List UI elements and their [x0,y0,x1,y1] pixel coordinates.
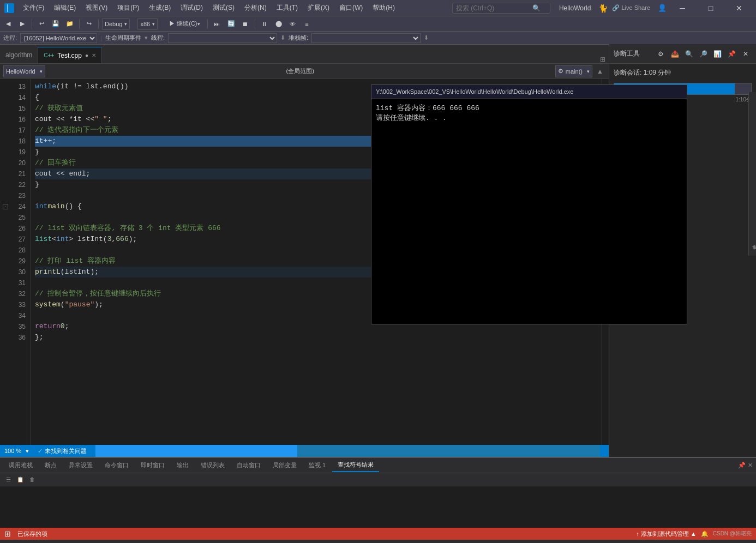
menu-project[interactable]: 项目(P) [113,2,143,14]
menu-build[interactable]: 生成(B) [145,2,175,14]
more-button[interactable]: ≡ [301,18,313,30]
tab-output[interactable]: 输出 [171,459,194,472]
tab-call-stack[interactable]: 调用堆栈 [3,459,38,472]
tab-exception-settings[interactable]: 异常设置 [63,459,98,472]
bottom-pin-button[interactable]: 📌 [738,462,746,469]
tab-algorithm[interactable]: algorithm [0,47,38,63]
tab-locals[interactable]: 局部变量 [267,459,302,472]
line-num-22: 22 [13,179,26,190]
tab-close-button[interactable]: ✕ [92,52,96,58]
tab-immediate[interactable]: 即时窗口 [135,459,170,472]
menu-test[interactable]: 测试(S) [208,2,239,14]
diag-zoom-out-button[interactable]: 🔎 [697,48,709,60]
gutter-24-collapse[interactable]: - [0,201,11,212]
scrollbar-track[interactable] [95,445,600,457]
menu-debug[interactable]: 调试(D) [176,2,207,14]
gutter-14 [0,92,11,103]
line-num-23: 23 [13,190,26,201]
saved-items-label[interactable]: 已保存的项 [17,530,47,538]
console-content[interactable]: list 容器内容：666 666 666 请按任意键继续. . . [371,99,687,127]
bottom-list-button[interactable]: ☰ [3,475,13,485]
add-source-control-button[interactable]: ↑ 添加到源代码管理 ▲ [636,530,697,538]
diag-session-label: 诊断会话: 1:09 分钟 [614,68,752,77]
diag-export-button[interactable]: 📤 [669,48,681,60]
save-button[interactable]: 💾 [50,18,62,30]
tab-command-window[interactable]: 命令窗口 [99,459,134,472]
redo-button[interactable]: ↪ [83,18,95,30]
bottom-close-button[interactable]: ✕ [748,462,753,469]
menu-view[interactable]: 视图(V) [81,2,112,14]
gutter-21 [0,168,11,179]
bottom-export-button[interactable]: 📋 [15,475,25,485]
gutter-18 [0,136,11,147]
line-num-14: 14 [13,92,26,103]
search-input[interactable] [456,4,532,12]
cpp-icon: C++ [44,52,54,58]
menu-extensions[interactable]: 扩展(X) [303,2,334,14]
diag-pin-button[interactable]: 📌 [725,48,737,60]
debug-mode-dropdown[interactable]: Debug▾ [102,18,130,30]
restart-button[interactable]: 🔄 [225,18,237,30]
bottom-panel: 调用堆栈 断点 异常设置 命令窗口 即时窗口 输出 错误列表 自动窗口 局部变量… [0,457,756,528]
continue-button[interactable]: ▶ 继续(C) ▾ [165,18,203,30]
menu-file[interactable]: 文件(F) [19,2,49,14]
notifications-button[interactable]: 🔔 [701,530,709,538]
step-over-button[interactable]: ⏭ [211,18,223,30]
scroll-up-button[interactable]: ▲ [595,68,605,75]
code-line-36: }; [35,332,597,343]
menu-bar: 文件(F) 编辑(E) 视图(V) 项目(P) 生成(B) 调试(D) 测试(S… [19,2,448,14]
diag-zoom-in-button[interactable]: 🔍 [683,48,695,60]
close-button[interactable]: ✕ [727,0,752,16]
line-num-17: 17 [13,125,26,136]
split-editor-button[interactable]: ⊞ [600,56,605,63]
tab-find-symbol[interactable]: 查找符号结果 [332,459,379,472]
account-icon[interactable]: 👤 [658,4,667,12]
platform-dropdown[interactable]: x86▾ [137,18,158,30]
gutter-19 [0,147,11,158]
search-box[interactable]: 🔍 [452,3,550,14]
undo-button[interactable]: ↩ [35,18,47,30]
thread-select[interactable] [168,33,277,43]
separator-4 [207,19,208,29]
diag-chart-button[interactable]: 📊 [711,48,723,60]
scope-left-dropdown[interactable]: HelloWorld▾ [3,65,45,77]
tab-watch-1[interactable]: 监视 1 [303,459,331,472]
breakpoint-button[interactable]: ⬤ [273,18,285,30]
stack-select[interactable] [311,33,421,43]
line-num-27: 27 [13,234,26,245]
tab-test-cpp[interactable]: C++ Test.cpp ● ✕ [38,47,102,63]
horizontal-scrollbar[interactable] [95,445,297,457]
process-select[interactable]: [16052] HelloWorld.exe [20,33,97,43]
editor-footer: 100 % ▾ ✓ 未找到相关问题 [0,445,609,457]
back-button[interactable]: ◀ [2,18,14,30]
live-share-btn[interactable]: 🔗 Live Share [612,4,650,11]
scope-right-dropdown[interactable]: ⚙main()▾ [555,65,592,77]
pause-button[interactable]: ⏸ [259,18,271,30]
tab-auto[interactable]: 自动窗口 [231,459,266,472]
watch-button[interactable]: 👁 [287,18,299,30]
stop-button[interactable]: ⏹ [239,18,251,30]
menu-window[interactable]: 窗口(W) [335,2,367,14]
diag-settings-button[interactable]: ⚙ [655,48,667,60]
bottom-clear-button[interactable]: 🗑 [27,475,37,485]
save-all-button[interactable]: 📁 [64,18,76,30]
bottom-content[interactable] [0,486,756,528]
tab-breakpoints[interactable]: 断点 [39,459,62,472]
menu-tools[interactable]: 工具(T) [272,2,302,14]
maximize-button[interactable]: □ [698,0,723,16]
thread-label: 线程: [151,34,165,42]
app-icon [4,3,14,13]
menu-edit[interactable]: 编辑(E) [50,2,80,14]
menu-help[interactable]: 帮助(H) [368,2,399,14]
zoom-dropdown[interactable]: ▾ [26,448,29,455]
zoom-level: 100 % [4,448,21,454]
toolbar: ◀ ▶ ↩ 💾 📁 ↪ Debug▾ x86▾ ▶ 继续(C) ▾ ⏭ 🔄 ⏹ … [0,16,756,32]
title-controls: 🔗 Live Share 👤 ─ □ ✕ [612,0,752,16]
right-tab-1[interactable]: 事件 [751,94,756,254]
forward-button[interactable]: ▶ [16,18,28,30]
line-num-31: 31 [13,277,26,288]
menu-analyze[interactable]: 分析(N) [240,2,271,14]
tab-error-list[interactable]: 错误列表 [195,459,230,472]
diag-close-button[interactable]: ✕ [740,48,752,60]
minimize-button[interactable]: ─ [670,0,695,16]
